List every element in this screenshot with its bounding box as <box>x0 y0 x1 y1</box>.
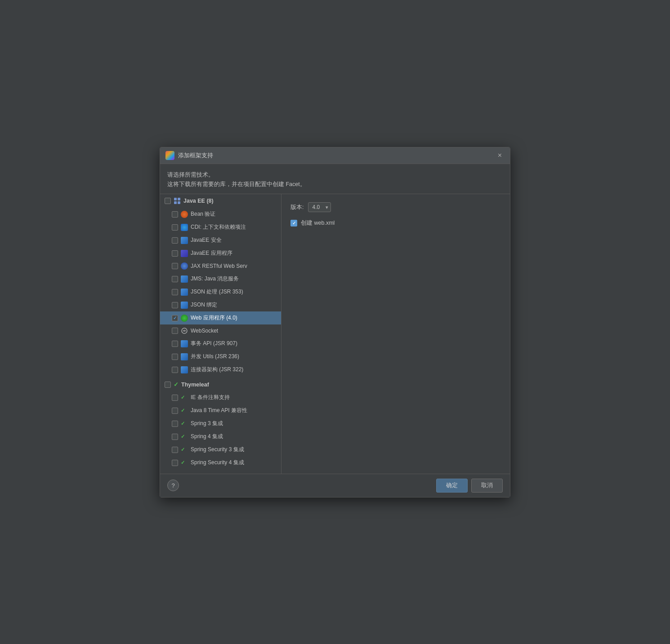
create-xml-checkmark: ✓ <box>292 221 296 226</box>
group-thymeleaf-header[interactable]: ✓ Thymeleaf <box>160 378 281 391</box>
springsec4-checkbox[interactable] <box>172 460 178 466</box>
java8-time-icon: ✓ <box>181 408 188 413</box>
javaee-sec-label: JavaEE 安全 <box>191 236 222 244</box>
dialog-footer: ? 确定 取消 <box>160 474 510 497</box>
help-button[interactable]: ? <box>167 480 179 491</box>
list-item-web-app[interactable]: ✓ Web 应用程序 (4.0) <box>160 311 281 324</box>
javaee-app-icon <box>181 250 188 257</box>
description-line1: 请选择所需技术。 <box>167 170 503 180</box>
javaee-sec-checkbox[interactable] <box>172 237 178 244</box>
jax-icon <box>181 262 188 270</box>
trans-checkbox[interactable] <box>172 341 178 347</box>
cdi-checkbox[interactable] <box>172 224 178 231</box>
json-proc-checkbox[interactable] <box>172 289 178 295</box>
cdi-label: CDI: 上下文和依赖项注 <box>191 223 246 231</box>
spring3-checkbox[interactable] <box>172 421 178 427</box>
web-app-label: Web 应用程序 (4.0) <box>191 314 237 322</box>
web-app-checkbox[interactable]: ✓ <box>172 315 178 321</box>
jms-label: JMS: Java 消息服务 <box>191 275 239 283</box>
list-item-json-proc[interactable]: JSON 处理 (JSR 353) <box>160 285 281 298</box>
footer-buttons: 确定 取消 <box>436 479 503 493</box>
jms-icon <box>181 275 188 283</box>
json-bind-icon <box>181 302 188 309</box>
jms-checkbox[interactable] <box>172 276 178 282</box>
svg-rect-2 <box>174 201 177 204</box>
springsec3-checkbox[interactable] <box>172 447 178 453</box>
list-item-websocket[interactable]: WebSocket <box>160 324 281 337</box>
version-label: 版本: <box>290 204 304 211</box>
list-item-java8-time[interactable]: ✓ Java 8 Time API 兼容性 <box>160 404 281 417</box>
list-item-cdi[interactable]: CDI: 上下文和依赖项注 <box>160 221 281 234</box>
java8-time-label: Java 8 Time API 兼容性 <box>191 407 247 414</box>
javaee-app-label: JavaEE 应用程序 <box>191 249 232 257</box>
title-bar: 添加框架支持 × <box>160 147 510 164</box>
list-item-springsec4[interactable]: ✓ Spring Security 4 集成 <box>160 456 281 469</box>
list-item-json-bind[interactable]: JSON 绑定 <box>160 298 281 311</box>
websocket-checkbox[interactable] <box>172 328 178 334</box>
javaee-app-checkbox[interactable] <box>172 250 178 257</box>
concur-checkbox[interactable] <box>172 354 178 360</box>
list-item-spring4[interactable]: ✓ Spring 4 集成 <box>160 430 281 443</box>
list-item-jax[interactable]: JAX RESTful Web Serv <box>160 260 281 272</box>
create-xml-label: 创建 web.xml <box>301 219 335 227</box>
list-item-javaee-app[interactable]: JavaEE 应用程序 <box>160 247 281 260</box>
group-thymeleaf-checkbox[interactable] <box>165 382 171 388</box>
create-xml-checkbox[interactable]: ✓ <box>290 220 297 227</box>
trans-label: 事务 API (JSR 907) <box>191 340 237 347</box>
json-bind-checkbox[interactable] <box>172 302 178 308</box>
version-select-wrapper: 4.0 3.1 3.0 2.5 <box>308 202 331 212</box>
list-item-conn[interactable]: 连接器架构 (JSR 322) <box>160 363 281 376</box>
bean-icon <box>181 211 188 218</box>
list-item-javaee-sec[interactable]: JavaEE 安全 <box>160 234 281 247</box>
group-javaee-label: Java EE (8) <box>183 198 214 204</box>
list-item-spring3[interactable]: ✓ Spring 3 集成 <box>160 417 281 430</box>
close-button[interactable]: × <box>495 151 505 160</box>
list-item-jms[interactable]: JMS: Java 消息服务 <box>160 272 281 285</box>
spring4-checkbox[interactable] <box>172 434 178 440</box>
svg-rect-0 <box>174 198 177 200</box>
javaee-icon <box>174 197 181 204</box>
dialog-description: 请选择所需技术。 这将下载所有需要的库，并在项目配置中创建 Facet。 <box>160 164 510 194</box>
svg-rect-1 <box>178 198 180 200</box>
bean-checkbox[interactable] <box>172 211 178 218</box>
group-javaee-checkbox[interactable] <box>165 198 171 204</box>
list-item-bean[interactable]: Bean 验证 <box>160 208 281 221</box>
web-app-icon <box>181 315 188 322</box>
springsec4-icon: ✓ <box>181 460 188 466</box>
spring3-label: Spring 3 集成 <box>191 420 223 427</box>
list-item-ie-cond[interactable]: ✓ IE 条件注释支持 <box>160 391 281 404</box>
conn-label: 连接器架构 (JSR 322) <box>191 366 243 373</box>
ie-cond-checkbox[interactable] <box>172 395 178 401</box>
concur-icon <box>181 353 188 360</box>
trans-icon <box>181 340 188 347</box>
dialog-body: Java EE (8) Bean 验证 CDI: 上下文和依赖项注 JavaEE… <box>160 194 510 474</box>
confirm-button[interactable]: 确定 <box>436 479 468 493</box>
right-panel: 版本: 4.0 3.1 3.0 2.5 ✓ 创建 web.xml <box>281 194 510 474</box>
list-item-springsec3[interactable]: ✓ Spring Security 3 集成 <box>160 443 281 456</box>
springsec4-label: Spring Security 4 集成 <box>191 459 244 466</box>
websocket-label: WebSocket <box>191 328 218 334</box>
version-select[interactable]: 4.0 3.1 3.0 2.5 <box>308 202 331 212</box>
ie-cond-icon: ✓ <box>181 395 188 400</box>
version-row: 版本: 4.0 3.1 3.0 2.5 <box>290 202 501 212</box>
springsec3-label: Spring Security 3 集成 <box>191 446 244 453</box>
jax-label: JAX RESTful Web Serv <box>191 263 247 269</box>
json-bind-label: JSON 绑定 <box>191 301 217 309</box>
ie-cond-label: IE 条件注释支持 <box>191 394 230 401</box>
cancel-button[interactable]: 取消 <box>471 479 503 493</box>
main-dialog: 添加框架支持 × 请选择所需技术。 这将下载所有需要的库，并在项目配置中创建 F… <box>160 147 510 497</box>
jax-checkbox[interactable] <box>172 263 178 269</box>
description-line2: 这将下载所有需要的库，并在项目配置中创建 Facet。 <box>167 180 503 189</box>
list-item-concur[interactable]: 并发 Utils (JSR 236) <box>160 350 281 363</box>
group-thymeleaf-label: Thymeleaf <box>181 382 209 388</box>
conn-icon <box>181 366 188 373</box>
conn-checkbox[interactable] <box>172 367 178 373</box>
create-xml-row: ✓ 创建 web.xml <box>290 219 501 227</box>
websocket-icon <box>181 327 188 334</box>
list-item-trans[interactable]: 事务 API (JSR 907) <box>160 337 281 350</box>
json-proc-label: JSON 处理 (JSR 353) <box>191 288 243 296</box>
java8-time-checkbox[interactable] <box>172 408 178 414</box>
spring3-icon: ✓ <box>181 421 188 426</box>
springsec3-icon: ✓ <box>181 447 188 453</box>
group-javaee-header[interactable]: Java EE (8) <box>160 194 281 208</box>
